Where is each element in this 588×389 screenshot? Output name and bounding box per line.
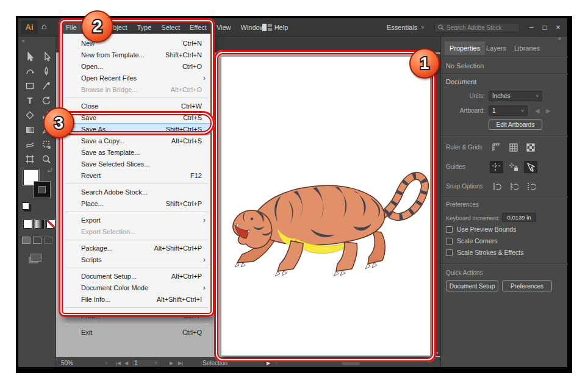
units-dropdown[interactable]: Inches ˅ [489, 91, 542, 101]
home-icon[interactable]: ⌂ [41, 21, 46, 31]
menu-separator [65, 324, 208, 324]
scale-strokes-effects-checkbox[interactable] [446, 249, 453, 256]
file-menu-item[interactable]: Document Setup... Alt+Ctrl+P [63, 270, 210, 282]
file-menu-item[interactable]: Export › [63, 214, 210, 226]
artboard-navigation[interactable]: 1 ˅ [131, 359, 160, 366]
file-menu-item[interactable]: Place... Shift+Ctrl+P [63, 198, 210, 209]
smart-guides-icon[interactable] [524, 161, 537, 173]
scroll-down-icon[interactable]: ▾ [436, 351, 439, 355]
pen-tool[interactable] [39, 65, 54, 78]
width-tool[interactable] [23, 138, 37, 151]
file-menu-item[interactable]: Save As... Shift+Ctrl+S [63, 123, 210, 135]
show-rulers-icon[interactable] [490, 141, 503, 154]
lock-guides-icon[interactable] [507, 161, 520, 173]
show-grid-icon[interactable] [507, 141, 520, 154]
zoom-level[interactable]: 50% [61, 358, 73, 368]
shaper-tool[interactable] [23, 109, 37, 122]
scale-corners-checkbox[interactable] [446, 238, 453, 244]
screen-mode-button[interactable] [30, 254, 41, 262]
file-menu-item[interactable]: New from Template... Shift+Ctrl+N [63, 49, 210, 60]
file-menu-item[interactable]: Export Selection... [63, 226, 210, 237]
curvature-tool[interactable] [23, 65, 37, 78]
close-button[interactable]: × [551, 18, 565, 37]
file-menu-item[interactable]: Open... Ctrl+O [63, 60, 210, 72]
prev-artboard-icon[interactable]: ◀ [124, 358, 128, 368]
direct-selection-tool[interactable] [39, 50, 54, 63]
search-adobe-stock-input[interactable]: Search Adobe Stock [434, 23, 520, 32]
menubar-item[interactable]: View [212, 18, 236, 37]
artboard-tool[interactable] [23, 152, 37, 166]
edit-artboards-button[interactable]: Edit Artboards [489, 120, 542, 130]
file-menu-item[interactable]: Save as Template... [63, 146, 210, 158]
tab-layers[interactable]: Layers [481, 41, 511, 55]
rectangle-tool[interactable] [23, 79, 37, 93]
minimize-button[interactable]: – [525, 18, 538, 37]
search-icon [438, 24, 444, 30]
preferences-button[interactable]: Preferences [502, 280, 552, 291]
snap-to-pixel-icon[interactable] [524, 180, 537, 193]
artboard-number: 1 [134, 360, 138, 366]
default-fill-stroke-icon[interactable] [22, 202, 29, 210]
file-menu-item[interactable]: Search Adobe Stock... [63, 186, 210, 198]
submenu-arrow-icon: › [203, 216, 206, 224]
show-guides-icon[interactable] [490, 161, 503, 173]
show-transparency-grid-icon[interactable] [524, 141, 537, 154]
file-menu-item[interactable]: File Info... Alt+Shift+Ctrl+I [63, 293, 210, 305]
tiger-artwork[interactable] [225, 158, 429, 286]
scale-corners-row[interactable]: Scale Corners [446, 237, 498, 244]
file-menu-item[interactable]: Print... Ctrl+P [63, 310, 210, 321]
snap-to-grid-icon[interactable] [507, 180, 520, 193]
keyboard-increment-input[interactable]: 0,0139 in [502, 213, 536, 222]
file-menu-item[interactable]: Revert F12 [63, 170, 210, 181]
selection-tool[interactable] [23, 50, 37, 63]
color-mode-button[interactable] [23, 219, 32, 229]
scale-strokes-effects-row[interactable]: Scale Strokes & Effects [446, 249, 524, 256]
status-popup-icon[interactable]: ▶ [267, 358, 270, 368]
file-menu-item[interactable]: Browse in Bridge... Alt+Ctrl+O [63, 84, 210, 95]
gradient-mode-button[interactable] [35, 219, 44, 229]
next-artboard-icon[interactable]: ▶ [170, 358, 173, 368]
use-preview-bounds-checkbox[interactable] [446, 226, 453, 233]
draw-inside-button[interactable] [44, 237, 52, 244]
file-menu-item[interactable]: Save Selected Slices... [63, 158, 210, 170]
file-menu-item[interactable]: Document Color Mode › [63, 282, 210, 293]
none-mode-button[interactable] [46, 219, 56, 229]
draw-behind-button[interactable] [33, 237, 41, 244]
rotate-tool[interactable] [39, 94, 54, 107]
workspace-switcher[interactable]: Essentials ˅ [387, 18, 424, 37]
file-menu-item[interactable]: Exit Ctrl+Q [63, 326, 210, 338]
document-setup-button[interactable]: Document Setup [446, 280, 498, 291]
file-menu-item[interactable]: Open Recent Files › [63, 72, 210, 84]
maximize-button[interactable]: □ [538, 18, 551, 37]
file-menu-item[interactable]: Scripts › [63, 254, 210, 265]
horizontal-scrollbar-thumb[interactable] [342, 360, 360, 365]
prev-artboard-icon[interactable]: ◀ [535, 107, 540, 114]
arrange-documents-icon[interactable]: ˅ [262, 24, 278, 31]
last-artboard-icon[interactable]: ▶| [178, 358, 183, 368]
stroke-color-swatch[interactable] [34, 182, 50, 198]
free-transform-tool[interactable] [39, 138, 54, 151]
scroll-left-icon[interactable]: ‹ [276, 358, 278, 368]
artboard[interactable] [221, 56, 431, 356]
zoom-tool[interactable] [39, 152, 54, 166]
file-menu-item[interactable]: Package... Alt+Shift+Ctrl+P [63, 242, 210, 254]
first-artboard-icon[interactable]: |◀ [116, 358, 121, 368]
paintbrush-tool[interactable] [39, 79, 54, 93]
collapse-panel-icon[interactable]: » [558, 35, 561, 41]
file-menu-item[interactable]: Save a Copy... Alt+Ctrl+S [63, 135, 210, 146]
use-preview-bounds-row[interactable]: Use Preview Bounds [446, 226, 516, 233]
next-artboard-icon[interactable]: ▶ [546, 107, 551, 114]
swap-fill-stroke-icon[interactable]: ⤾ [48, 167, 52, 174]
gradient-tool[interactable] [23, 123, 37, 137]
collapse-panel-icon[interactable]: « [22, 38, 25, 44]
menu-separator [65, 240, 208, 240]
snap-to-point-icon[interactable] [490, 180, 503, 193]
type-tool[interactable]: T [23, 94, 37, 107]
file-menu-item[interactable]: Close Ctrl+W [63, 100, 210, 112]
zoom-dropdown-icon[interactable]: ˅ [105, 358, 108, 368]
file-menu-item[interactable]: Save Ctrl+S [63, 112, 210, 123]
tab-properties[interactable]: Properties [445, 41, 485, 55]
tab-libraries[interactable]: Libraries [509, 41, 545, 55]
artboard-dropdown[interactable]: 1 ˅ [489, 105, 528, 116]
draw-normal-button[interactable] [22, 237, 30, 244]
